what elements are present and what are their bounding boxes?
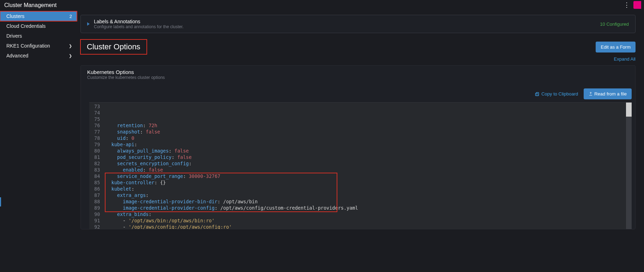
code-line[interactable]: retention: 72h xyxy=(106,122,632,129)
token-punc: : xyxy=(146,192,149,198)
main-content: Labels & Annotations Configure labels an… xyxy=(77,11,644,272)
editor-scrollbar-thumb[interactable] xyxy=(626,103,632,117)
line-number: 77 xyxy=(94,129,100,135)
copy-to-clipboard-button[interactable]: Copy to Clipboard xyxy=(532,88,581,99)
token-str: '/opt/aws/config:/opt/aws/config:ro' xyxy=(128,224,232,229)
token-key: retention xyxy=(106,123,143,128)
token-punc: : xyxy=(134,142,137,147)
chevron-right-icon: ❯ xyxy=(69,44,72,48)
line-number: 81 xyxy=(94,154,100,160)
token-punc: : xyxy=(189,161,192,166)
sidebar: Clusters2Cloud CredentialsDriversRKE1 Co… xyxy=(0,11,77,272)
token-punc: - xyxy=(106,224,128,229)
code-line[interactable]: service_node_port_range: 30000-32767 xyxy=(106,173,632,179)
expand-all-link[interactable]: Expand All xyxy=(80,56,636,62)
token-punc: : xyxy=(143,167,149,173)
token-punc: : {} xyxy=(154,180,166,185)
line-number: 87 xyxy=(94,192,100,198)
sidebar-item-rke1-configuration[interactable]: RKE1 Configuration❯ xyxy=(0,41,77,51)
code-line[interactable]: extra_binds: xyxy=(106,211,632,217)
expand-triangle-icon[interactable] xyxy=(87,22,90,26)
token-bool: false xyxy=(177,154,192,160)
line-number: 75 xyxy=(94,116,100,122)
line-number: 84 xyxy=(94,173,100,179)
code-line[interactable]: image-credential-provider-config: /opt/a… xyxy=(106,205,632,211)
token-key: image-credential-provider-config xyxy=(106,205,215,211)
avatar[interactable] xyxy=(633,1,641,9)
line-number: 91 xyxy=(94,217,100,224)
line-number: 92 xyxy=(94,224,100,229)
sidebar-item-label: Cloud Credentials xyxy=(6,23,46,29)
code-line[interactable]: always_pull_images: false xyxy=(106,148,632,154)
sidebar-item-label: Clusters xyxy=(6,13,24,19)
line-number: 90 xyxy=(94,211,100,217)
sidebar-item-clusters[interactable]: Clusters2 xyxy=(0,11,77,21)
k8s-subtitle: Customize the kubernetes cluster options xyxy=(87,75,629,80)
code-line[interactable]: image-credential-provider-bin-dir: /opt/… xyxy=(106,198,632,205)
k8s-title: Kubernetes Options xyxy=(87,69,629,75)
token-bool: false xyxy=(146,129,160,135)
line-number: 89 xyxy=(94,205,100,211)
token-key: extra_binds xyxy=(106,211,149,217)
sidebar-item-label: Drivers xyxy=(6,33,22,39)
chevron-right-icon: ❯ xyxy=(69,54,72,58)
token-punc: - xyxy=(106,218,128,223)
code-line[interactable]: enabled: false xyxy=(106,167,632,173)
section-title-cluster-options: Cluster Options xyxy=(80,39,147,54)
sidebar-item-drivers[interactable]: Drivers xyxy=(0,31,77,41)
token-key: always_pull_images xyxy=(106,148,169,154)
kubernetes-options-panel: Kubernetes Options Customize the kuberne… xyxy=(80,65,636,229)
token-key: uid xyxy=(106,135,126,141)
sidebar-item-advanced[interactable]: Advanced❯ xyxy=(0,51,77,61)
code-line[interactable]: extra_args: xyxy=(106,192,632,198)
svg-rect-1 xyxy=(536,93,538,95)
code-line[interactable]: - '/opt/aws/config:/opt/aws/config:ro' xyxy=(106,224,632,229)
page-title: Cluster Management xyxy=(4,2,57,8)
code-line[interactable]: kubelet: xyxy=(106,186,632,192)
code-line[interactable]: kube-api: xyxy=(106,141,632,148)
line-number: 73 xyxy=(94,103,100,110)
labels-configured-count: 10 Configured xyxy=(600,21,629,27)
upload-icon xyxy=(589,92,593,96)
editor-scrollbar[interactable] xyxy=(626,103,632,229)
editor-code[interactable]: retention: 72h snapshot: false uid: 0 ku… xyxy=(103,103,632,229)
token-bool: false xyxy=(174,148,189,154)
sidebar-item-cloud-credentials[interactable]: Cloud Credentials xyxy=(0,21,77,31)
token-punc: : xyxy=(149,211,151,217)
code-line[interactable]: snapshot: false xyxy=(106,129,632,135)
code-line[interactable]: - '/opt/aws/bin:/opt/aws/bin:ro' xyxy=(106,217,632,224)
token-punc: /opt/aws/config/custom-credential-provid… xyxy=(220,205,358,211)
read-from-file-button[interactable]: Read from a file xyxy=(584,88,632,99)
yaml-editor[interactable]: 7374757677787980818283848586878889909192… xyxy=(89,102,632,229)
token-key: service_node_port_range xyxy=(106,173,183,179)
line-number: 78 xyxy=(94,135,100,141)
code-line[interactable]: kube-controller: {} xyxy=(106,179,632,186)
token-key: enabled xyxy=(106,167,143,173)
token-key: kubelet xyxy=(106,186,131,192)
line-number: 76 xyxy=(94,122,100,129)
line-number: 86 xyxy=(94,186,100,192)
top-bar: Cluster Management ⋮ xyxy=(0,0,644,11)
line-number: 82 xyxy=(94,160,100,167)
line-number: 88 xyxy=(94,198,100,205)
kebab-menu-icon[interactable]: ⋮ xyxy=(624,1,630,9)
token-key: pod_security_policy xyxy=(106,154,171,160)
code-line[interactable]: uid: 0 xyxy=(106,135,632,141)
edit-as-form-button[interactable]: Edit as a Form xyxy=(596,42,636,52)
sidebar-item-label: RKE1 Configuration xyxy=(6,43,50,49)
line-number: 80 xyxy=(94,148,100,154)
token-key: snapshot xyxy=(106,129,140,135)
token-key: secrets_encryption_config xyxy=(106,161,189,166)
code-line[interactable]: secrets_encryption_config: xyxy=(106,160,632,167)
code-line[interactable]: pod_security_policy: false xyxy=(106,154,632,160)
token-punc: : xyxy=(215,205,220,211)
left-accent-bar xyxy=(0,197,1,206)
copy-label: Copy to Clipboard xyxy=(541,91,578,97)
labels-annotations-panel[interactable]: Labels & Annotations Configure labels an… xyxy=(80,15,636,33)
token-key: image-credential-provider-bin-dir xyxy=(106,199,217,204)
token-punc: : xyxy=(143,123,149,128)
sidebar-item-badge: 2 xyxy=(70,14,72,19)
sidebar-item-label: Advanced xyxy=(6,53,28,58)
token-num: 0 xyxy=(131,135,134,141)
labels-subtitle: Configure labels and annotations for the… xyxy=(94,24,183,29)
